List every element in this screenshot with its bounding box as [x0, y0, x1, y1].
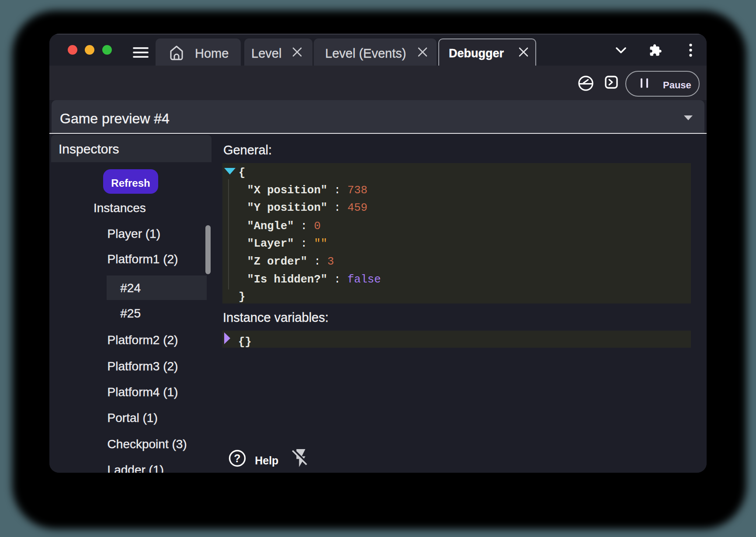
svg-text:?: ? — [234, 452, 240, 464]
